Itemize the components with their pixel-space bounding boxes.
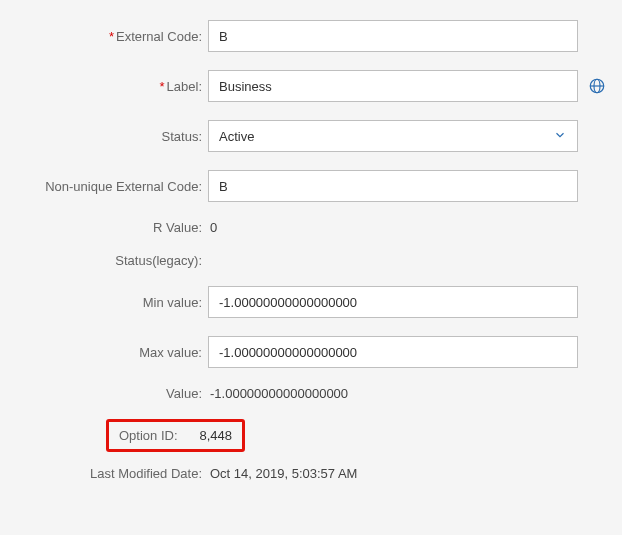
label-last-modified: Last Modified Date: bbox=[12, 466, 208, 481]
label-option-id: Option ID: bbox=[119, 428, 178, 443]
min-value-input[interactable] bbox=[208, 286, 578, 318]
row-label: *Label: bbox=[12, 70, 610, 102]
globe-icon[interactable] bbox=[588, 77, 606, 95]
non-unique-external-code-input[interactable] bbox=[208, 170, 578, 202]
row-option-id: Option ID: 8,448 bbox=[12, 419, 610, 452]
row-min-value: Min value: bbox=[12, 286, 610, 318]
label-non-unique-external-code: Non-unique External Code: bbox=[12, 179, 208, 194]
row-last-modified: Last Modified Date: Oct 14, 2019, 5:03:5… bbox=[12, 466, 610, 481]
label-status: Status: bbox=[12, 129, 208, 144]
row-value: Value: -1.00000000000000000 bbox=[12, 386, 610, 401]
value-static: -1.00000000000000000 bbox=[208, 386, 348, 401]
option-id-value: 8,448 bbox=[198, 428, 233, 443]
label-label: *Label: bbox=[12, 79, 208, 94]
label-value: Value: bbox=[12, 386, 208, 401]
r-value: 0 bbox=[208, 220, 217, 235]
label-max-value: Max value: bbox=[12, 345, 208, 360]
row-external-code: *External Code: bbox=[12, 20, 610, 52]
status-select[interactable]: Active bbox=[208, 120, 578, 152]
required-marker: * bbox=[109, 29, 114, 44]
label-status-legacy: Status(legacy): bbox=[12, 253, 208, 268]
label-min-value: Min value: bbox=[12, 295, 208, 310]
last-modified-value: Oct 14, 2019, 5:03:57 AM bbox=[208, 466, 357, 481]
row-non-unique-external-code: Non-unique External Code: bbox=[12, 170, 610, 202]
label-input[interactable] bbox=[208, 70, 578, 102]
row-max-value: Max value: bbox=[12, 336, 610, 368]
label-external-code: *External Code: bbox=[12, 29, 208, 44]
label-r-value: R Value: bbox=[12, 220, 208, 235]
option-form: *External Code: *Label: Status: Active bbox=[0, 0, 622, 535]
chevron-down-icon bbox=[553, 128, 567, 145]
row-status: Status: Active bbox=[12, 120, 610, 152]
row-r-value: R Value: 0 bbox=[12, 220, 610, 235]
row-status-legacy: Status(legacy): bbox=[12, 253, 610, 268]
status-selected-value: Active bbox=[219, 129, 254, 144]
option-id-highlight: Option ID: 8,448 bbox=[106, 419, 245, 452]
max-value-input[interactable] bbox=[208, 336, 578, 368]
required-marker: * bbox=[160, 79, 165, 94]
external-code-input[interactable] bbox=[208, 20, 578, 52]
